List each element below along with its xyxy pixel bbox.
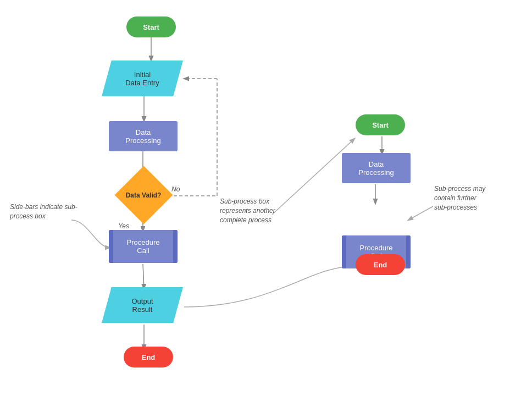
left-end-node: End <box>124 347 173 367</box>
sub-process-may-annotation: Sub-process maycontain furthersub-proces… <box>434 184 522 212</box>
initial-data-entry-node: InitialData Entry <box>102 61 183 96</box>
svg-line-4 <box>143 264 144 289</box>
left-start-node: Start <box>126 17 176 37</box>
data-valid-node: Data Valid? <box>114 166 173 224</box>
svg-text:No: No <box>171 185 180 193</box>
output-result-node: OutputResult <box>102 287 183 323</box>
right-data-processing-node: DataProcessing <box>342 153 411 183</box>
right-end-node: End <box>356 254 405 275</box>
flowchart-diagram: Yes No Start InitialData Entry DataProce… <box>0 0 532 395</box>
svg-line-13 <box>408 206 433 220</box>
left-procedure-call-node: ProcedureCall <box>109 230 178 263</box>
sidebar-annotation: Side-bars indicate sub-process box <box>10 202 92 221</box>
svg-text:Yes: Yes <box>118 222 129 230</box>
left-data-processing-node: DataProcessing <box>109 121 178 151</box>
right-start-node: Start <box>356 114 405 135</box>
sub-process-box-annotation: Sub-process boxrepresents anothercomplet… <box>220 197 319 224</box>
